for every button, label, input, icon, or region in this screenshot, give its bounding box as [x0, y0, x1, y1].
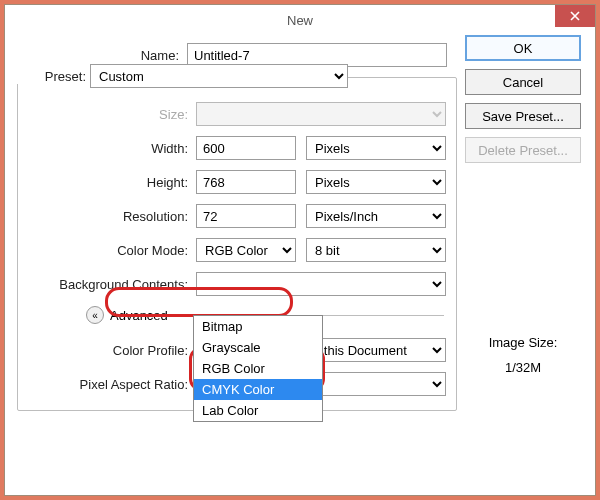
color-mode-row: Color Mode: RGB Color 8 bit — [26, 238, 448, 262]
titlebar: New — [5, 5, 595, 35]
image-size-info: Image Size: 1/32M — [465, 335, 581, 375]
resolution-label: Resolution: — [26, 209, 196, 224]
image-size-value: 1/32M — [465, 360, 581, 375]
cancel-button[interactable]: Cancel — [465, 69, 581, 95]
color-mode-label: Color Mode: — [26, 243, 196, 258]
height-input[interactable] — [196, 170, 296, 194]
color-mode-dropdown[interactable]: BitmapGrayscaleRGB ColorCMYK ColorLab Co… — [193, 315, 323, 422]
pixel-aspect-label: Pixel Aspect Ratio: — [26, 377, 196, 392]
width-input[interactable] — [196, 136, 296, 160]
color-profile-label: Color Profile: — [26, 343, 196, 358]
size-row: Size: — [26, 102, 448, 126]
delete-preset-button: Delete Preset... — [465, 137, 581, 163]
resolution-unit-select[interactable]: Pixels/Inch — [306, 204, 446, 228]
bg-contents-select[interactable] — [196, 272, 446, 296]
height-unit-select[interactable]: Pixels — [306, 170, 446, 194]
width-label: Width: — [26, 141, 196, 156]
image-size-label: Image Size: — [465, 335, 581, 350]
width-row: Width: Pixels — [26, 136, 448, 160]
resolution-input[interactable] — [196, 204, 296, 228]
dialog-body: Name: Preset: Custom Size: Width: — [5, 35, 595, 423]
height-row: Height: Pixels — [26, 170, 448, 194]
bg-contents-label: Background Contents: — [26, 277, 196, 292]
preset-select[interactable]: Custom — [90, 64, 348, 88]
preset-label: Preset: — [10, 69, 90, 84]
color-mode-option[interactable]: CMYK Color — [194, 379, 322, 400]
chevron-up-icon[interactable]: « — [86, 306, 104, 324]
bg-contents-row: Background Contents: — [26, 272, 448, 296]
color-mode-option[interactable]: Bitmap — [194, 316, 322, 337]
dialog-title: New — [287, 13, 313, 28]
color-mode-option[interactable]: RGB Color — [194, 358, 322, 379]
advanced-label: Advanced — [110, 308, 168, 323]
color-mode-select[interactable]: RGB Color — [196, 238, 296, 262]
size-select — [196, 102, 446, 126]
close-icon — [570, 11, 580, 21]
size-label: Size: — [26, 107, 196, 122]
width-unit-select[interactable]: Pixels — [306, 136, 446, 160]
height-label: Height: — [26, 175, 196, 190]
bit-depth-select[interactable]: 8 bit — [306, 238, 446, 262]
color-mode-option[interactable]: Grayscale — [194, 337, 322, 358]
ok-button[interactable]: OK — [465, 35, 581, 61]
color-mode-option[interactable]: Lab Color — [194, 400, 322, 421]
side-button-panel: OK Cancel Save Preset... Delete Preset..… — [465, 35, 581, 163]
save-preset-button[interactable]: Save Preset... — [465, 103, 581, 129]
close-button[interactable] — [555, 5, 595, 27]
name-label: Name: — [17, 48, 187, 63]
new-document-dialog: New Name: Preset: Custom Size: — [4, 4, 596, 496]
resolution-row: Resolution: Pixels/Inch — [26, 204, 448, 228]
